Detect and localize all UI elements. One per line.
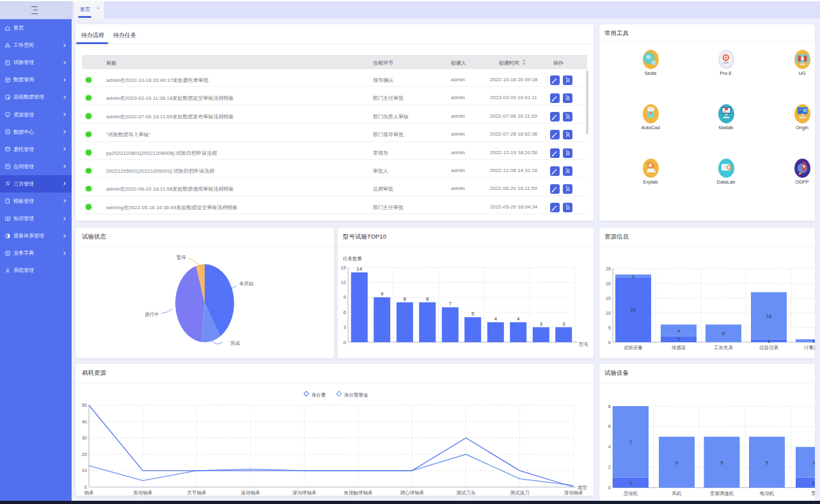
svg-text:电动机: 电动机 [760, 491, 775, 496]
svg-text:风机: 风机 [672, 491, 682, 496]
svg-text:3: 3 [562, 321, 565, 327]
svg-text:5: 5 [471, 311, 475, 317]
svg-text:16: 16 [766, 313, 772, 319]
svg-text:库存量: 库存量 [311, 392, 326, 398]
svg-text:12: 12 [341, 280, 346, 285]
svg-text:1: 1 [632, 274, 635, 280]
svg-text:6: 6 [608, 423, 611, 429]
svg-text:15: 15 [606, 295, 611, 301]
svg-text:1: 1 [629, 480, 633, 486]
svg-text:试验设备: 试验设备 [624, 345, 643, 350]
svg-text:1: 1 [812, 480, 815, 486]
svg-text:9: 9 [381, 291, 384, 297]
svg-text:4: 4 [608, 444, 611, 450]
svg-text:5: 5 [720, 460, 723, 466]
svg-text:40: 40 [82, 419, 87, 425]
svg-text:滑动轴承: 滑动轴承 [564, 490, 584, 496]
svg-text:8: 8 [426, 296, 429, 302]
svg-text:泵: 泵 [811, 491, 815, 496]
svg-text:角接触球轴承: 角接触球轴承 [344, 490, 374, 496]
svg-text:4: 4 [677, 328, 681, 334]
svg-text:8: 8 [608, 404, 611, 409]
svg-text:25: 25 [606, 266, 611, 272]
svg-text:6: 6 [343, 310, 346, 315]
svg-text:完成: 完成 [230, 340, 240, 346]
svg-text:测试刀头: 测试刀头 [456, 490, 476, 496]
svg-text:4: 4 [494, 316, 498, 322]
svg-text:测试滚刀: 测试滚刀 [510, 490, 530, 496]
svg-text:6: 6 [722, 331, 725, 336]
svg-text:22: 22 [631, 307, 636, 313]
svg-text:仪器仪表: 仪器仪表 [759, 345, 779, 350]
svg-text:5: 5 [675, 460, 679, 466]
svg-text:4: 4 [517, 316, 520, 322]
svg-text:滑动轴承: 滑动轴承 [133, 490, 153, 496]
svg-text:进行中: 进行中 [145, 311, 159, 317]
svg-text:调心球轴承: 调心球轴承 [400, 490, 424, 496]
svg-text:0: 0 [608, 340, 611, 345]
svg-text:类型: 类型 [578, 485, 588, 491]
svg-text:1: 1 [812, 338, 815, 344]
svg-text:20: 20 [82, 452, 87, 457]
svg-text:计量器具: 计量器具 [804, 345, 815, 350]
svg-text:8: 8 [404, 296, 407, 302]
svg-text:任务数量: 任务数量 [342, 256, 363, 262]
svg-text:3: 3 [343, 324, 346, 330]
svg-text:3: 3 [812, 460, 815, 466]
svg-text:10: 10 [82, 468, 87, 473]
svg-text:10: 10 [606, 310, 611, 316]
svg-text:未开始: 未开始 [239, 281, 254, 287]
svg-text:传感器: 传感器 [672, 345, 686, 350]
svg-text:库存预警值: 库存预警值 [344, 392, 368, 398]
svg-text:关节轴承: 关节轴承 [187, 490, 207, 496]
svg-text:20: 20 [606, 281, 611, 287]
svg-text:30: 30 [82, 435, 87, 441]
svg-text:深沟球轴承: 深沟球轴承 [292, 490, 317, 496]
svg-text:0: 0 [608, 485, 611, 491]
svg-text:9: 9 [343, 294, 346, 300]
svg-text:变频调速机: 变频调速机 [710, 491, 734, 496]
svg-text:工装夹具: 工装夹具 [714, 345, 734, 350]
svg-text:7: 7 [449, 301, 452, 306]
svg-text:5: 5 [766, 460, 769, 466]
svg-text:暂停: 暂停 [177, 255, 186, 260]
svg-text:压缩机: 压缩机 [624, 491, 638, 496]
svg-text:0: 0 [343, 340, 346, 345]
svg-text:15: 15 [341, 265, 346, 271]
svg-text:14: 14 [356, 266, 362, 272]
svg-text:3: 3 [540, 321, 543, 327]
svg-text:滚动轴承: 滚动轴承 [241, 490, 261, 496]
svg-text:5: 5 [608, 325, 611, 331]
svg-text:型号: 型号 [579, 342, 589, 347]
svg-text:轴承: 轴承 [84, 490, 95, 496]
svg-text:2: 2 [677, 336, 681, 342]
svg-text:7: 7 [629, 439, 633, 445]
svg-text:2: 2 [608, 464, 611, 470]
svg-text:50: 50 [82, 402, 87, 408]
